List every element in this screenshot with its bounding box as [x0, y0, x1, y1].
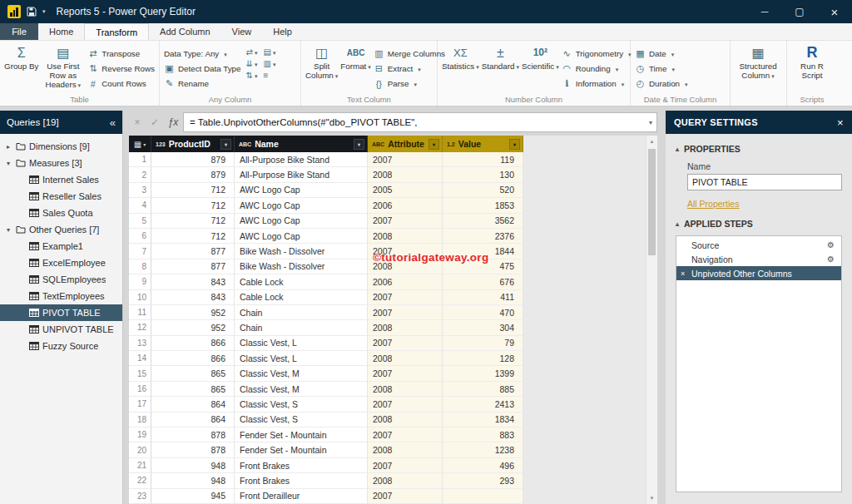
row-number[interactable]: 19: [129, 427, 151, 442]
grid-cell[interactable]: Cable Lock: [235, 290, 368, 305]
grid-cell[interactable]: 948: [151, 473, 235, 488]
scrollbar-thumb[interactable]: [648, 149, 656, 255]
count-rows-button[interactable]: #Count Rows: [87, 77, 155, 91]
grid-cell[interactable]: 470: [443, 305, 523, 320]
grid-cell[interactable]: 2007: [368, 366, 443, 381]
grid-cell[interactable]: 877: [151, 259, 235, 274]
vertical-scrollbar[interactable]: ▲ ▼: [646, 136, 657, 504]
query-item-textemployees[interactable]: TextEmployees: [0, 288, 122, 304]
tab-file[interactable]: File: [0, 23, 38, 40]
grid-cell[interactable]: 2008: [368, 382, 443, 397]
date-button[interactable]: ▦Date: [635, 47, 688, 61]
split-column-button[interactable]: ◫ Split Column: [305, 43, 338, 81]
query-item-excelemployee[interactable]: ExcelEmployee: [0, 254, 122, 271]
grid-cell[interactable]: 2007: [368, 489, 443, 504]
grid-cell[interactable]: 2008: [368, 351, 443, 366]
query-settings-close-icon[interactable]: ×: [837, 116, 844, 129]
grid-cell[interactable]: 945: [151, 489, 235, 504]
grid-cell[interactable]: 2008: [368, 442, 443, 457]
query-item-reseller-sales[interactable]: Reseller Sales: [0, 188, 122, 205]
grid-cell[interactable]: 2008: [368, 167, 443, 182]
grid-cell[interactable]: 712: [151, 183, 235, 198]
grid-cell[interactable]: 2007: [368, 152, 443, 167]
grid-cell[interactable]: 885: [443, 382, 523, 397]
row-number[interactable]: 18: [129, 413, 151, 427]
grid-cell[interactable]: Bike Wash - Dissolver: [235, 259, 368, 274]
replace-values-icon[interactable]: ⇄: [246, 47, 258, 57]
tab-home[interactable]: Home: [38, 23, 84, 40]
grid-cell[interactable]: Classic Vest, S: [235, 397, 368, 412]
move-icon[interactable]: ⇅: [246, 71, 258, 80]
use-first-row-as-headers-button[interactable]: ▤ Use First Row as Headers: [41, 43, 85, 90]
row-number[interactable]: 13: [129, 336, 151, 351]
grid-cell[interactable]: 883: [443, 427, 523, 442]
step-settings-gear-icon[interactable]: ⚙: [827, 240, 835, 250]
grid-cell[interactable]: 2008: [368, 473, 443, 488]
detect-data-type-button[interactable]: ▣Detect Data Type: [164, 62, 241, 76]
run-r-script-button[interactable]: R Run R Script: [791, 43, 833, 81]
scroll-down-icon[interactable]: ▼: [646, 492, 657, 504]
time-button[interactable]: ◷Time: [635, 62, 688, 76]
grid-cell[interactable]: 2007: [368, 397, 443, 412]
grid-cell[interactable]: 1853: [443, 198, 523, 213]
grid-cell[interactable]: 130: [443, 167, 523, 182]
grid-cell[interactable]: AWC Logo Cap: [235, 214, 368, 229]
grid-cell[interactable]: 864: [151, 413, 235, 427]
grid-cell[interactable]: Classic Vest, S: [235, 413, 368, 427]
row-number[interactable]: 5: [129, 214, 151, 229]
row-number[interactable]: 22: [129, 473, 151, 488]
applied-step-navigation[interactable]: Navigation⚙: [676, 252, 841, 266]
filter-dropdown-icon[interactable]: ▾: [509, 139, 520, 150]
grid-cell[interactable]: 952: [151, 320, 235, 335]
grid-cell[interactable]: 1399: [443, 366, 523, 381]
grid-cell[interactable]: 712: [151, 214, 235, 229]
collapsed-arrow-icon[interactable]: ▸: [4, 143, 12, 151]
parse-button[interactable]: {}Parse: [374, 77, 445, 91]
grid-cell[interactable]: Front Derailleur: [235, 489, 368, 504]
column-header-attribute[interactable]: ABCAttribute▾: [368, 136, 443, 152]
applied-step-unpivoted-other-columns[interactable]: ×Unpivoted Other Columns: [676, 266, 841, 280]
grid-cell[interactable]: 865: [151, 382, 235, 397]
column-header-value[interactable]: 1.2Value▾: [443, 136, 523, 152]
grid-cell[interactable]: 128: [443, 351, 523, 366]
grid-cell[interactable]: 293: [443, 473, 523, 488]
grid-cell[interactable]: 712: [151, 229, 235, 244]
grid-cell[interactable]: 304: [443, 320, 523, 335]
query-item-measures-3[interactable]: ▾Measures [3]: [0, 155, 122, 171]
close-button[interactable]: ×: [817, 0, 852, 23]
standard-button[interactable]: ± Standard: [482, 43, 519, 72]
row-number[interactable]: 17: [129, 397, 151, 412]
grid-cell[interactable]: 411: [443, 290, 523, 305]
row-number[interactable]: 7: [129, 244, 151, 259]
grid-cell[interactable]: 2006: [368, 198, 443, 213]
grid-cell[interactable]: 948: [151, 458, 235, 473]
row-number[interactable]: 1: [129, 152, 151, 167]
query-item-example1[interactable]: Example1: [0, 238, 122, 254]
grid-cell[interactable]: 119: [443, 152, 523, 167]
column-header-name[interactable]: ABCName▾: [235, 136, 368, 152]
convert-to-list-icon[interactable]: ≡: [263, 71, 275, 80]
row-number[interactable]: 6: [129, 229, 151, 244]
grid-cell[interactable]: All-Purpose Bike Stand: [235, 167, 368, 182]
grid-cell[interactable]: 2007: [368, 214, 443, 229]
minimize-button[interactable]: ─: [747, 0, 782, 23]
transpose-button[interactable]: ⇄Transpose: [87, 47, 155, 61]
extract-button[interactable]: ⊟Extract: [374, 62, 445, 76]
query-name-input[interactable]: [687, 174, 842, 190]
query-item-pivot-table[interactable]: PIVOT TABLE: [0, 304, 122, 321]
grid-cell[interactable]: 866: [151, 351, 235, 366]
table-menu-button[interactable]: ▦ ▾: [129, 136, 151, 152]
column-header-productid[interactable]: 123ProductID▾: [151, 136, 235, 152]
duration-button[interactable]: ◴Duration: [635, 77, 688, 91]
expanded-arrow-icon[interactable]: ▾: [4, 226, 12, 234]
grid-cell[interactable]: Fender Set - Mountain: [235, 427, 368, 442]
rounding-button[interactable]: ◠Rounding: [562, 62, 632, 76]
row-number[interactable]: 3: [129, 183, 151, 198]
grid-cell[interactable]: 877: [151, 244, 235, 259]
row-number[interactable]: 11: [129, 305, 151, 320]
grid-cell[interactable]: Classic Vest, L: [235, 336, 368, 351]
all-properties-link[interactable]: All Properties: [687, 199, 842, 209]
grid-cell[interactable]: 2007: [368, 336, 443, 351]
grid-cell[interactable]: 520: [443, 183, 523, 198]
grid-cell[interactable]: AWC Logo Cap: [235, 183, 368, 198]
